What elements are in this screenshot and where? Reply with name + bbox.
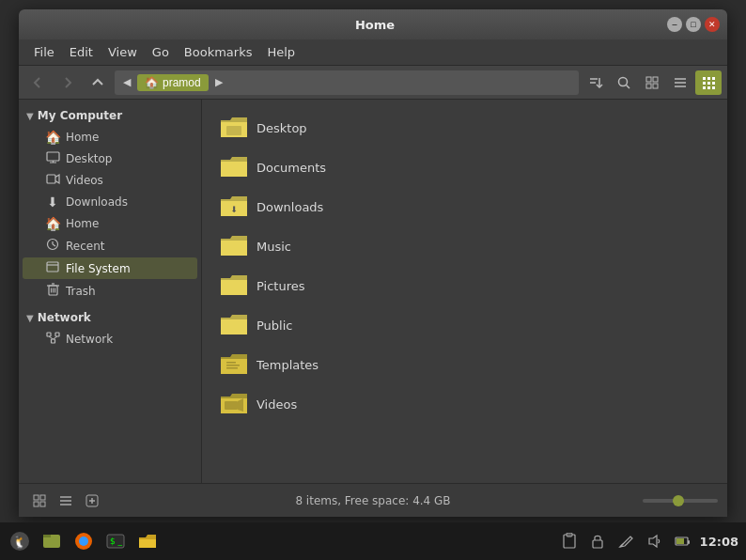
svg-rect-16 [707,82,710,85]
svg-text:🐧: 🐧 [12,534,28,550]
sidebar-item-home2[interactable]: 🏠 Home [23,213,197,234]
view-list-btn[interactable] [667,70,693,95]
taskbar-clipboard-icon[interactable] [559,531,580,552]
taskbar-icon-browser[interactable] [70,527,98,555]
taskbar-icon-terminal[interactable]: $ _ [101,527,130,555]
svg-rect-67 [593,540,602,548]
folder-icon-desktop [219,113,249,143]
window-title: Home [83,18,667,32]
file-area: Desktop Documents [202,100,727,483]
svg-rect-19 [707,86,710,89]
statusbar-icon-1[interactable] [28,490,51,512]
forward-button[interactable] [54,70,81,95]
svg-rect-47 [34,495,39,500]
sidebar-item-recent[interactable]: Recent [23,235,197,257]
menu-help[interactable]: Help [259,43,303,61]
taskbar-pen-icon[interactable] [615,531,636,552]
svg-rect-72 [688,540,690,544]
svg-rect-6 [653,77,658,82]
menu-edit[interactable]: Edit [62,43,101,61]
taskbar-icon-folder[interactable] [133,527,162,555]
sidebar-section-my-computer[interactable]: ▼ My Computer [19,105,201,126]
sidebar-item-home-label: Home [66,131,99,144]
sidebar-item-network[interactable]: Network [23,329,197,350]
up-button[interactable] [85,70,111,95]
taskbar-battery-icon[interactable] [672,531,692,552]
back-button[interactable] [24,70,51,95]
close-button[interactable]: ✕ [705,17,720,32]
sort-button[interactable] [583,70,609,95]
taskbar-lock-icon[interactable] [587,531,608,552]
file-item-templates[interactable]: Templates [211,346,718,383]
folder-icon-videos [219,389,249,419]
home-icon-location: 🏠 [145,76,159,89]
folder-icon-music [219,231,249,261]
taskbar-volume-icon[interactable] [644,531,664,552]
svg-rect-18 [703,86,706,89]
desktop-icon [45,151,60,166]
file-item-public[interactable]: Public [211,306,718,344]
home-icon: 🏠 [45,130,60,145]
svg-rect-49 [34,502,39,506]
menu-view[interactable]: View [101,43,145,61]
view-toggle-btn[interactable] [639,70,665,95]
file-item-downloads[interactable]: ⬇ Downloads [211,188,718,226]
svg-rect-28 [47,262,58,272]
file-name-videos: Videos [256,397,297,412]
my-computer-label: My Computer [38,109,122,122]
svg-rect-71 [676,538,684,544]
toolbar: ◀ 🏠 pramod ▶ [19,66,727,100]
svg-rect-37 [51,339,54,343]
view-grid-btn[interactable] [695,70,722,95]
menu-file[interactable]: File [26,43,62,61]
sidebar-item-filesystem[interactable]: File System [23,257,197,279]
svg-rect-46 [225,401,238,410]
folder-icon-documents [219,152,249,182]
location-arrow-right[interactable]: ▶ [210,72,227,93]
search-button[interactable] [611,70,637,95]
location-arrow-left[interactable]: ◀ [118,72,135,93]
svg-rect-8 [653,84,658,88]
sidebar-item-filesystem-label: File System [66,262,131,275]
statusbar-icon-3[interactable] [81,490,103,512]
taskbar-time: 12:08 [700,535,738,549]
file-grid: Desktop Documents [211,109,718,423]
taskbar-icon-files[interactable] [38,527,66,555]
videos-icon [45,173,60,188]
sidebar-item-downloads-label: Downloads [66,195,128,209]
maximize-button[interactable]: □ [686,17,701,32]
location-home-button[interactable]: 🏠 pramod [137,74,209,91]
sidebar-item-desktop-label: Desktop [66,152,113,165]
svg-marker-69 [649,536,657,547]
file-item-desktop[interactable]: Desktop [211,109,718,147]
zoom-slider-thumb [673,495,684,506]
taskbar-icon-menu[interactable]: 🐧 [6,527,34,555]
svg-line-40 [53,336,57,339]
taskbar: 🐧 $ _ [0,522,746,560]
minimize-button[interactable]: – [667,17,682,32]
file-item-documents[interactable]: Documents [211,148,718,186]
location-bar: ◀ 🏠 pramod ▶ [115,70,579,95]
window-controls: – □ ✕ [667,17,720,32]
sidebar-item-downloads[interactable]: ⬇ Downloads [23,192,197,212]
file-item-music[interactable]: Music [211,227,718,265]
sidebar-section-network[interactable]: ▼ Network [19,307,201,328]
sidebar-item-home[interactable]: 🏠 Home [23,127,197,148]
downloads-icon: ⬇ [45,194,60,210]
menu-bookmarks[interactable]: Bookmarks [177,43,260,61]
statusbar-icon-2[interactable] [54,490,77,512]
network-arrow: ▼ [26,313,34,323]
file-name-downloads: Downloads [256,200,323,214]
content-area: ▼ My Computer 🏠 Home Desktop Videos ⬇ [19,100,727,483]
svg-rect-15 [703,82,706,85]
sidebar-item-trash[interactable]: Trash [23,280,197,302]
sidebar-item-desktop[interactable]: Desktop [23,148,197,169]
file-name-public: Public [256,319,292,333]
zoom-slider[interactable] [643,499,718,503]
file-item-videos[interactable]: Videos [211,385,718,423]
recent-icon [45,238,60,254]
sys-icons [557,531,694,552]
sidebar-item-videos[interactable]: Videos [23,170,197,191]
menu-go[interactable]: Go [145,43,177,61]
file-item-pictures[interactable]: Pictures [211,267,718,304]
